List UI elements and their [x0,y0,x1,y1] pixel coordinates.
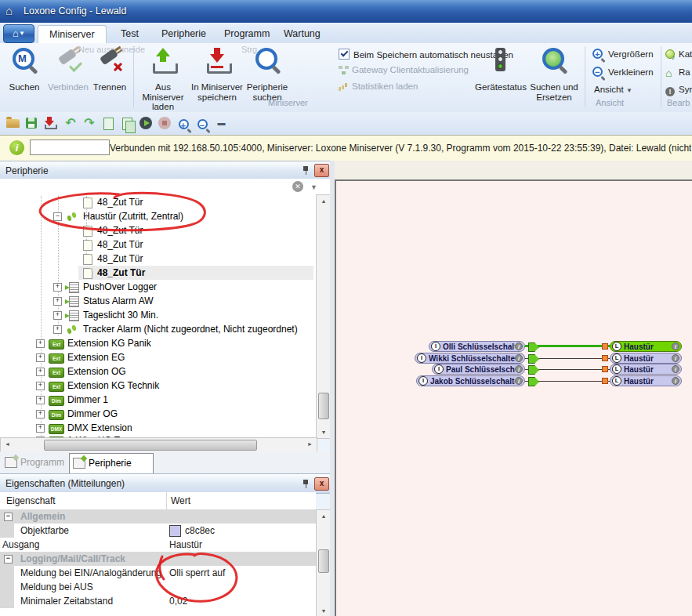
zoom-in-icon[interactable]: + [176,116,191,130]
start-icon[interactable] [138,116,154,130]
block-output-haustuer-active[interactable]: L Haustür i [610,341,682,352]
block-input-wikki[interactable]: I Wikki Schlüsselschalter i [415,353,525,364]
scroll-right-icon[interactable]: ► [307,441,313,447]
vergroessern-button[interactable]: +Vergrößern [592,48,654,61]
tree-vertical-scrollbar[interactable]: ▲ ▼ [316,194,332,439]
input-connector-icon[interactable] [602,378,608,384]
open-file-icon[interactable] [5,116,20,130]
copy-icon[interactable] [100,116,116,130]
expand-icon[interactable] [36,424,45,433]
tab-wartung[interactable]: Wartung [273,25,332,43]
pin-icon[interactable] [302,479,310,488]
scroll-up-icon[interactable]: ▲ [317,198,331,204]
in-miniserver-speichern-button[interactable]: In Miniserver speichern [190,46,245,102]
suchen-und-ersetzen-button[interactable]: Suchen und Ersetzen [527,46,581,102]
peripherie-suchen-button[interactable]: Peripherie suchen [243,46,292,102]
suchen-button[interactable]: M Suchen [2,46,47,92]
scroll-down-icon[interactable]: ▼ [317,429,331,435]
property-row[interactable]: Ausgang Haustür [0,538,316,553]
info-icon[interactable]: i [672,365,679,373]
property-row[interactable]: Meldung bei EIN/Analogänderung Olli sper… [0,566,316,581]
expand-icon[interactable] [36,339,45,348]
toolbar-options-icon[interactable]: ▬▼ [213,116,229,130]
info-icon[interactable]: i [515,365,523,373]
expand-icon[interactable] [36,368,45,376]
save-icon[interactable] [24,116,39,130]
block-input-olli[interactable]: I Olli Schlüsselschalter i [429,341,525,352]
tab-miniserver[interactable]: Miniserver [38,25,107,44]
block-output-haustuer[interactable]: L Haustür i [610,364,682,375]
input-connector-icon[interactable] [602,343,608,350]
block-input-paul[interactable]: I Paul Schlüsselschalter i [432,364,525,375]
program-canvas[interactable]: I Olli Schlüsselschalter i L Haustür i I… [335,179,692,616]
trennen-button[interactable]: Trennen [88,46,132,92]
checkbox-checked-icon[interactable] [339,49,350,60]
block-output-haustuer[interactable]: L Haustür i [610,375,682,386]
properties-vertical-scrollbar[interactable]: ▲ ▼ [316,509,332,616]
undo-icon[interactable]: ↶ [63,116,78,130]
scroll-down-icon[interactable]: ▼ [317,608,331,614]
zoom-out-icon[interactable]: − [194,116,210,130]
property-row[interactable]: Minimaler Zeitabstand 0,02 [0,594,316,609]
filter-dropdown-icon[interactable]: ▼ [310,183,317,191]
close-icon[interactable]: x [314,477,329,491]
expand-icon[interactable] [53,311,62,320]
ansicht-dropdown[interactable]: Ansicht ▼ [594,83,632,96]
collapse-icon[interactable] [53,212,62,221]
application-menu-button[interactable]: ⌂▼ [3,24,34,43]
pin-icon[interactable] [302,165,310,175]
input-connector-icon[interactable] [602,355,608,361]
property-row[interactable]: Objektfarbe c8c8ec [0,524,316,538]
raum-button[interactable]: ⌂RaSyrRa [665,66,692,79]
redo-icon[interactable]: ↷ [82,116,97,130]
output-connector-icon[interactable] [528,377,539,386]
system-button[interactable]: !Syr [665,83,692,96]
expand-icon[interactable] [36,410,45,419]
info-icon[interactable]: i [672,377,679,385]
expand-icon[interactable] [36,382,45,390]
scrollbar-thumb[interactable] [318,393,329,419]
color-swatch[interactable] [169,525,181,537]
aus-miniserver-laden-button[interactable]: Aus Miniserver laden [136,46,190,112]
expand-icon[interactable] [53,297,62,306]
verkleinern-button[interactable]: −Verkleinern [592,66,654,79]
save-to-miniserver-icon[interactable] [42,116,58,130]
tab-peripherie-active[interactable]: Peripherie [69,453,154,473]
block-output-haustuer[interactable]: L Haustür i [610,353,682,364]
property-row[interactable]: Meldung bei AUS [0,580,316,595]
expand-icon[interactable] [53,283,62,292]
clear-filter-icon[interactable]: ✕ [292,181,303,192]
block-input-jakob[interactable]: I Jakob Schlüsselschalter i [416,375,525,386]
geraetestatus-button[interactable]: Gerätestatus [474,46,527,92]
info-icon[interactable]: i [515,377,523,385]
scroll-up-icon[interactable]: ▲ [317,513,331,519]
info-icon[interactable]: i [515,354,523,362]
output-connector-icon[interactable] [528,365,539,375]
input-connector-icon[interactable] [602,366,608,372]
scrollbar-thumb[interactable] [44,440,257,451]
close-icon[interactable]: x [314,164,329,177]
tree-filter-input[interactable]: ✕ ▼ [0,179,330,196]
info-icon[interactable]: i [672,342,679,350]
tree-horizontal-scrollbar[interactable]: ◄ ► [0,437,317,453]
property-group-row[interactable]: −Logging/Mail/Call/Track [0,552,316,567]
collapse-icon[interactable]: − [4,555,13,563]
tab-test[interactable]: Test [110,25,150,43]
expand-icon[interactable] [36,353,45,362]
output-connector-icon[interactable] [528,342,539,352]
info-icon[interactable]: i [672,354,679,362]
info-icon[interactable]: i [515,342,523,350]
property-group-row[interactable]: −Allgemein [0,509,316,524]
chevron-down-icon: ▼ [19,30,25,37]
scroll-left-icon[interactable]: ◄ [5,441,10,447]
scrollbar-thumb[interactable] [318,549,329,573]
paste-icon[interactable] [119,116,135,130]
tab-peripherie[interactable]: Peripherie [150,25,217,43]
collapse-icon[interactable]: − [4,513,13,521]
expand-icon[interactable] [36,396,45,404]
output-connector-icon[interactable] [528,354,539,364]
expand-icon[interactable] [53,325,62,334]
kategorie-button[interactable]: ♪Kat [665,48,692,61]
status-search-input[interactable] [30,140,110,155]
tab-programm[interactable]: Programm [213,25,281,43]
